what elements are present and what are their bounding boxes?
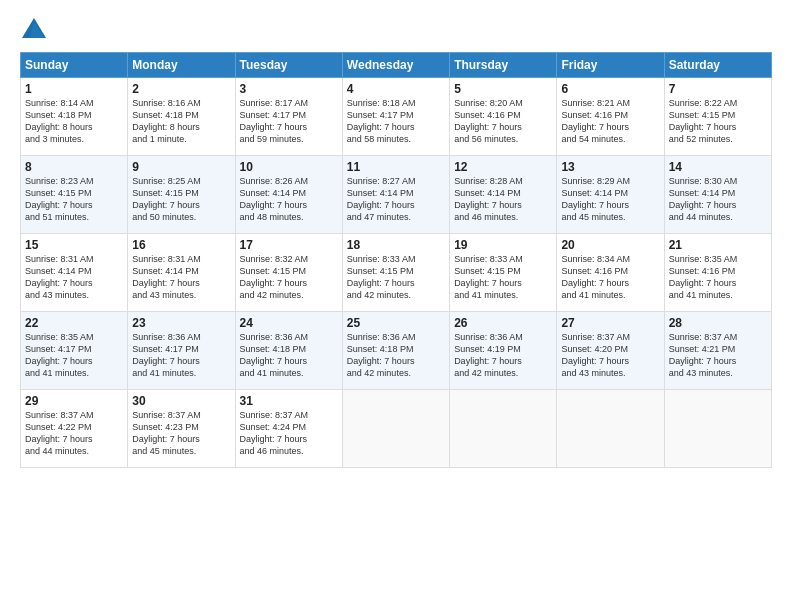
calendar-cell: 4Sunrise: 8:18 AMSunset: 4:17 PMDaylight…	[342, 78, 449, 156]
weekday-header-friday: Friday	[557, 53, 664, 78]
cell-content: Sunrise: 8:37 AMSunset: 4:23 PMDaylight:…	[132, 409, 230, 458]
calendar-cell: 17Sunrise: 8:32 AMSunset: 4:15 PMDayligh…	[235, 234, 342, 312]
cell-content: Sunrise: 8:37 AMSunset: 4:24 PMDaylight:…	[240, 409, 338, 458]
calendar-cell: 9Sunrise: 8:25 AMSunset: 4:15 PMDaylight…	[128, 156, 235, 234]
calendar-cell: 22Sunrise: 8:35 AMSunset: 4:17 PMDayligh…	[21, 312, 128, 390]
day-number: 16	[132, 238, 230, 252]
cell-content: Sunrise: 8:17 AMSunset: 4:17 PMDaylight:…	[240, 97, 338, 146]
cell-content: Sunrise: 8:14 AMSunset: 4:18 PMDaylight:…	[25, 97, 123, 146]
day-number: 31	[240, 394, 338, 408]
cell-content: Sunrise: 8:28 AMSunset: 4:14 PMDaylight:…	[454, 175, 552, 224]
cell-content: Sunrise: 8:31 AMSunset: 4:14 PMDaylight:…	[25, 253, 123, 302]
cell-content: Sunrise: 8:37 AMSunset: 4:20 PMDaylight:…	[561, 331, 659, 380]
day-number: 30	[132, 394, 230, 408]
page: SundayMondayTuesdayWednesdayThursdayFrid…	[0, 0, 792, 612]
weekday-header-wednesday: Wednesday	[342, 53, 449, 78]
day-number: 20	[561, 238, 659, 252]
cell-content: Sunrise: 8:36 AMSunset: 4:17 PMDaylight:…	[132, 331, 230, 380]
cell-content: Sunrise: 8:31 AMSunset: 4:14 PMDaylight:…	[132, 253, 230, 302]
day-number: 10	[240, 160, 338, 174]
cell-content: Sunrise: 8:22 AMSunset: 4:15 PMDaylight:…	[669, 97, 767, 146]
day-number: 7	[669, 82, 767, 96]
day-number: 5	[454, 82, 552, 96]
cell-content: Sunrise: 8:20 AMSunset: 4:16 PMDaylight:…	[454, 97, 552, 146]
cell-content: Sunrise: 8:26 AMSunset: 4:14 PMDaylight:…	[240, 175, 338, 224]
calendar-cell: 19Sunrise: 8:33 AMSunset: 4:15 PMDayligh…	[450, 234, 557, 312]
calendar-cell: 23Sunrise: 8:36 AMSunset: 4:17 PMDayligh…	[128, 312, 235, 390]
calendar: SundayMondayTuesdayWednesdayThursdayFrid…	[20, 52, 772, 468]
day-number: 25	[347, 316, 445, 330]
day-number: 13	[561, 160, 659, 174]
calendar-cell: 3Sunrise: 8:17 AMSunset: 4:17 PMDaylight…	[235, 78, 342, 156]
calendar-cell: 18Sunrise: 8:33 AMSunset: 4:15 PMDayligh…	[342, 234, 449, 312]
day-number: 17	[240, 238, 338, 252]
calendar-cell: 30Sunrise: 8:37 AMSunset: 4:23 PMDayligh…	[128, 390, 235, 468]
day-number: 28	[669, 316, 767, 330]
weekday-header-saturday: Saturday	[664, 53, 771, 78]
calendar-cell: 28Sunrise: 8:37 AMSunset: 4:21 PMDayligh…	[664, 312, 771, 390]
calendar-cell: 12Sunrise: 8:28 AMSunset: 4:14 PMDayligh…	[450, 156, 557, 234]
calendar-cell: 29Sunrise: 8:37 AMSunset: 4:22 PMDayligh…	[21, 390, 128, 468]
weekday-header-thursday: Thursday	[450, 53, 557, 78]
day-number: 18	[347, 238, 445, 252]
day-number: 19	[454, 238, 552, 252]
calendar-cell	[450, 390, 557, 468]
logo-icon	[20, 16, 48, 44]
calendar-cell: 24Sunrise: 8:36 AMSunset: 4:18 PMDayligh…	[235, 312, 342, 390]
cell-content: Sunrise: 8:37 AMSunset: 4:22 PMDaylight:…	[25, 409, 123, 458]
day-number: 11	[347, 160, 445, 174]
day-number: 9	[132, 160, 230, 174]
day-number: 14	[669, 160, 767, 174]
cell-content: Sunrise: 8:36 AMSunset: 4:18 PMDaylight:…	[240, 331, 338, 380]
calendar-week-5: 29Sunrise: 8:37 AMSunset: 4:22 PMDayligh…	[21, 390, 772, 468]
calendar-cell: 20Sunrise: 8:34 AMSunset: 4:16 PMDayligh…	[557, 234, 664, 312]
cell-content: Sunrise: 8:21 AMSunset: 4:16 PMDaylight:…	[561, 97, 659, 146]
day-number: 23	[132, 316, 230, 330]
calendar-cell: 21Sunrise: 8:35 AMSunset: 4:16 PMDayligh…	[664, 234, 771, 312]
cell-content: Sunrise: 8:34 AMSunset: 4:16 PMDaylight:…	[561, 253, 659, 302]
day-number: 22	[25, 316, 123, 330]
cell-content: Sunrise: 8:16 AMSunset: 4:18 PMDaylight:…	[132, 97, 230, 146]
calendar-cell: 2Sunrise: 8:16 AMSunset: 4:18 PMDaylight…	[128, 78, 235, 156]
cell-content: Sunrise: 8:23 AMSunset: 4:15 PMDaylight:…	[25, 175, 123, 224]
day-number: 8	[25, 160, 123, 174]
calendar-week-4: 22Sunrise: 8:35 AMSunset: 4:17 PMDayligh…	[21, 312, 772, 390]
cell-content: Sunrise: 8:33 AMSunset: 4:15 PMDaylight:…	[347, 253, 445, 302]
cell-content: Sunrise: 8:32 AMSunset: 4:15 PMDaylight:…	[240, 253, 338, 302]
calendar-cell: 10Sunrise: 8:26 AMSunset: 4:14 PMDayligh…	[235, 156, 342, 234]
calendar-cell: 7Sunrise: 8:22 AMSunset: 4:15 PMDaylight…	[664, 78, 771, 156]
day-number: 2	[132, 82, 230, 96]
weekday-header-sunday: Sunday	[21, 53, 128, 78]
day-number: 24	[240, 316, 338, 330]
cell-content: Sunrise: 8:30 AMSunset: 4:14 PMDaylight:…	[669, 175, 767, 224]
cell-content: Sunrise: 8:35 AMSunset: 4:16 PMDaylight:…	[669, 253, 767, 302]
cell-content: Sunrise: 8:33 AMSunset: 4:15 PMDaylight:…	[454, 253, 552, 302]
day-number: 26	[454, 316, 552, 330]
day-number: 29	[25, 394, 123, 408]
logo	[20, 16, 52, 44]
calendar-cell: 6Sunrise: 8:21 AMSunset: 4:16 PMDaylight…	[557, 78, 664, 156]
calendar-cell: 27Sunrise: 8:37 AMSunset: 4:20 PMDayligh…	[557, 312, 664, 390]
weekday-header-monday: Monday	[128, 53, 235, 78]
cell-content: Sunrise: 8:18 AMSunset: 4:17 PMDaylight:…	[347, 97, 445, 146]
calendar-week-2: 8Sunrise: 8:23 AMSunset: 4:15 PMDaylight…	[21, 156, 772, 234]
calendar-cell: 11Sunrise: 8:27 AMSunset: 4:14 PMDayligh…	[342, 156, 449, 234]
calendar-cell: 15Sunrise: 8:31 AMSunset: 4:14 PMDayligh…	[21, 234, 128, 312]
day-number: 1	[25, 82, 123, 96]
day-number: 15	[25, 238, 123, 252]
weekday-header-row: SundayMondayTuesdayWednesdayThursdayFrid…	[21, 53, 772, 78]
cell-content: Sunrise: 8:25 AMSunset: 4:15 PMDaylight:…	[132, 175, 230, 224]
calendar-cell: 13Sunrise: 8:29 AMSunset: 4:14 PMDayligh…	[557, 156, 664, 234]
cell-content: Sunrise: 8:36 AMSunset: 4:18 PMDaylight:…	[347, 331, 445, 380]
cell-content: Sunrise: 8:36 AMSunset: 4:19 PMDaylight:…	[454, 331, 552, 380]
calendar-cell: 31Sunrise: 8:37 AMSunset: 4:24 PMDayligh…	[235, 390, 342, 468]
calendar-cell: 26Sunrise: 8:36 AMSunset: 4:19 PMDayligh…	[450, 312, 557, 390]
day-number: 3	[240, 82, 338, 96]
header	[20, 16, 772, 44]
calendar-cell: 16Sunrise: 8:31 AMSunset: 4:14 PMDayligh…	[128, 234, 235, 312]
day-number: 21	[669, 238, 767, 252]
day-number: 27	[561, 316, 659, 330]
cell-content: Sunrise: 8:29 AMSunset: 4:14 PMDaylight:…	[561, 175, 659, 224]
calendar-cell: 25Sunrise: 8:36 AMSunset: 4:18 PMDayligh…	[342, 312, 449, 390]
cell-content: Sunrise: 8:35 AMSunset: 4:17 PMDaylight:…	[25, 331, 123, 380]
